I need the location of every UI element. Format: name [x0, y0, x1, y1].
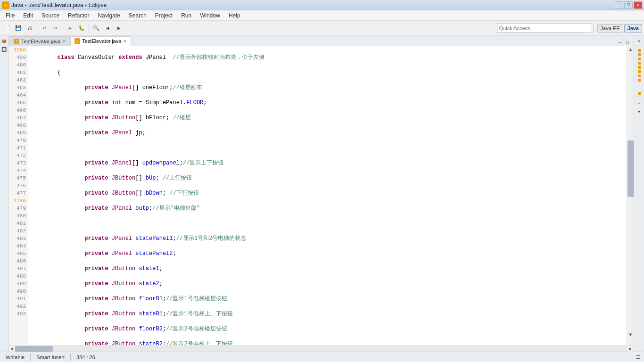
line-num-480: 480: [8, 212, 26, 220]
code-line-461: private int num = SimplePanel.FLOOR;: [30, 99, 625, 107]
annotation-marker-3: [638, 58, 641, 60]
toolbar-redo-button[interactable]: ↪: [50, 23, 61, 33]
editor-tab-1[interactable]: J TestElevator.java ✕: [70, 36, 131, 46]
line-num-488: 488: [8, 272, 26, 280]
status-insert: Smart Insert: [34, 354, 66, 360]
menu-file[interactable]: File: [2, 11, 18, 20]
line-num-464: 464: [8, 91, 26, 99]
line-num-468: 468: [8, 122, 26, 129]
status-writable: Writable: [4, 354, 26, 360]
line-num-461: 461: [8, 69, 26, 76]
code-line-463: private JPanel jp;: [30, 129, 625, 137]
menu-source[interactable]: Source: [38, 11, 63, 20]
line-num-469: 469: [8, 129, 26, 137]
code-line-464: [30, 144, 625, 152]
code-editor: 458⊖ 459 460 461 462 463 464 465 466 467…: [8, 46, 634, 345]
code-line-470: private JPanel statePanel1;//显示1号和2号电梯的状…: [30, 235, 625, 242]
annotation-marker-8: [638, 79, 641, 82]
toolbar-search-button[interactable]: 🔍: [91, 23, 101, 33]
code-line-465: private JPanel[] updownpanel;//显示上下按钮: [30, 159, 625, 167]
toolbar-save-button[interactable]: 💾: [13, 23, 24, 33]
code-line-475: private JButton stateB1;//显示1号电梯上、下按钮: [30, 310, 625, 318]
code-line-467: private JButton[] bDown; //下行按钮: [30, 189, 625, 197]
code-line-473: private JButton state2;: [30, 280, 625, 288]
toolbar-run-button[interactable]: ▶: [65, 23, 75, 33]
status-right: ☰: [636, 354, 640, 360]
editor-area: J TestElevator.java ✕ J TestElevator.jav…: [8, 36, 634, 352]
sidebar-hierarchy-icon[interactable]: 🔲: [0, 46, 8, 53]
line-num-459: 459: [8, 54, 26, 61]
line-num-476: 476: [8, 182, 26, 189]
line-num-493: 493: [8, 310, 26, 318]
line-num-483: 483: [8, 235, 26, 242]
menu-refactor[interactable]: Refactor: [64, 11, 93, 20]
menu-navigate[interactable]: Navigate: [94, 11, 124, 20]
toolbar-forward-button[interactable]: ▶: [114, 23, 124, 33]
line-num-470: 470: [8, 137, 26, 144]
maximize-button[interactable]: □: [624, 1, 633, 9]
line-num-475: 475: [8, 174, 26, 182]
scroll-down-arrow[interactable]: ▼: [627, 331, 634, 338]
toolbar-sep-4: [593, 24, 594, 33]
toolbar-debug-button[interactable]: 🐛: [76, 23, 87, 33]
line-num-489: 489: [8, 280, 26, 288]
right-sep-2: [636, 97, 643, 97]
code-line-471: private JPanel statePanel2;: [30, 250, 625, 257]
close-button[interactable]: ✕: [634, 1, 642, 9]
status-position: 384 : 26: [74, 354, 97, 360]
code-line-477: private JButton stateB2;//显示2号电梯上、下按钮: [30, 340, 625, 345]
tab-close-0[interactable]: ✕: [62, 39, 66, 44]
menu-help[interactable]: Help: [225, 11, 244, 20]
scroll-up-arrow[interactable]: ▲: [627, 46, 634, 53]
line-num-477: 477: [8, 189, 26, 197]
scroll-left-arrow[interactable]: ◀: [8, 346, 15, 352]
code-content[interactable]: class CanvasOuter extends JPanel //显示外部按…: [28, 46, 627, 345]
tab-minimize-button[interactable]: —: [617, 39, 623, 46]
vertical-scrollbar[interactable]: ▲ ▼: [627, 46, 634, 345]
line-num-465: 465: [8, 99, 26, 107]
line-num-473: 473: [8, 159, 26, 167]
toolbar-back-button[interactable]: ◀: [102, 23, 113, 33]
annotation-marker-6: [638, 70, 641, 73]
menu-window[interactable]: Window: [196, 11, 224, 20]
scroll-h-thumb[interactable]: [15, 346, 53, 352]
tab-maximize-button[interactable]: □: [624, 39, 631, 46]
horizontal-scrollbar[interactable]: ◀ ▶: [8, 345, 634, 352]
line-num-487: 487: [8, 265, 26, 272]
scroll-thumb[interactable]: [627, 140, 634, 197]
minimize-button[interactable]: —: [615, 1, 623, 9]
quick-access-input[interactable]: [497, 24, 591, 33]
right-scroll-icon[interactable]: ▼: [635, 107, 644, 116]
toolbar-undo-button[interactable]: ↩: [39, 23, 50, 33]
line-num-463: 463: [8, 84, 26, 91]
status-bar: Writable Smart Insert 384 : 26 ☰: [0, 352, 644, 362]
right-tasks-icon[interactable]: ▲: [635, 99, 644, 107]
java-ee-perspective-button[interactable]: Java EE: [597, 24, 623, 33]
menu-project[interactable]: Project: [151, 11, 176, 20]
annotation-marker-7: [638, 74, 641, 77]
line-num-458: 458⊖: [8, 46, 26, 54]
right-outline-icon[interactable]: ≡: [635, 37, 644, 45]
annotation-marker-5: [638, 66, 641, 69]
left-sidebar: 📦 🔲: [0, 36, 8, 352]
sidebar-package-icon[interactable]: 📦: [0, 37, 8, 45]
menu-edit[interactable]: Edit: [19, 11, 37, 20]
toolbar-sep-2: [63, 24, 63, 33]
status-right-icon: ☰: [636, 354, 640, 360]
line-num-481: 481: [8, 220, 26, 227]
line-num-472: 472: [8, 152, 26, 159]
tab-close-1[interactable]: ✕: [123, 39, 127, 44]
line-num-460: 460: [8, 61, 26, 69]
annotation-marker-2: [638, 53, 641, 56]
java-perspective-button[interactable]: Java: [624, 24, 642, 33]
code-line-468: private JPanel outp;//显示"电梯外部": [30, 205, 625, 212]
menu-run[interactable]: Run: [177, 11, 195, 20]
toolbar-print-button[interactable]: 🖨: [25, 23, 35, 33]
toolbar-new-button[interactable]: 📄: [2, 23, 12, 33]
line-num-474: 474: [8, 167, 26, 174]
right-sidebar: ≡ ▲ ▼: [634, 36, 644, 352]
editor-tab-0[interactable]: J TestElevator.java ✕: [9, 36, 70, 46]
code-line-462: private JButton[] bFloor; //楼层: [30, 114, 625, 122]
menu-search[interactable]: Search: [125, 11, 150, 20]
scroll-right-arrow[interactable]: ▶: [627, 346, 634, 352]
